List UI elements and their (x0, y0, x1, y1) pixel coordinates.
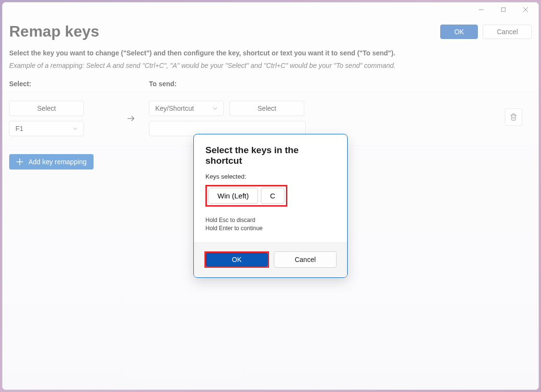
dialog-title: Select the keys in the shortcut (205, 145, 336, 166)
key-chip: Win (Left) (208, 188, 258, 204)
modal-overlay: Select the keys in the shortcut Keys sel… (2, 2, 539, 390)
dialog-hint-discard: Hold Esc to discard (205, 216, 336, 224)
app-window: Remap keys OK Cancel Select the key you … (2, 2, 539, 390)
dialog-keys-label: Keys selected: (205, 173, 336, 180)
dialog-hint-continue: Hold Enter to continue (205, 224, 336, 233)
selected-keys-row: Win (Left) C (205, 185, 287, 207)
dialog-cancel-button[interactable]: Cancel (274, 251, 337, 268)
dialog-footer: OK Cancel (194, 242, 347, 277)
shortcut-dialog: Select the keys in the shortcut Keys sel… (193, 134, 348, 278)
key-chip: C (261, 188, 284, 204)
dialog-ok-button[interactable]: OK (206, 253, 268, 266)
